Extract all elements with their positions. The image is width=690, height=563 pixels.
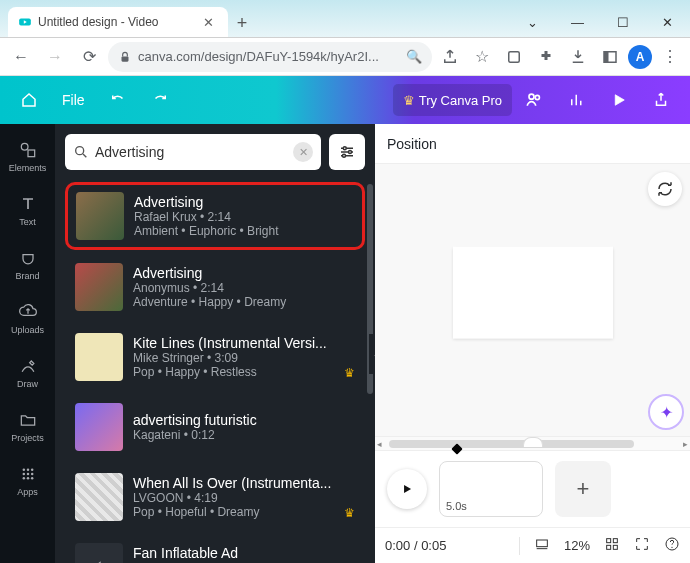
present-button[interactable] [598, 76, 640, 124]
maximize-button[interactable]: ☐ [600, 7, 645, 37]
track-tags: Pop • Happy • Restless [133, 365, 355, 379]
sliders-icon [338, 143, 356, 161]
canva-favicon-icon [18, 15, 32, 29]
rail-item-apps[interactable]: Apps [3, 454, 53, 506]
svg-rect-29 [613, 545, 617, 549]
track-artist-time: Rafael Krux • 2:14 [134, 210, 354, 224]
caret-down-icon[interactable]: ⌄ [510, 7, 555, 37]
close-tab-icon[interactable]: ✕ [199, 15, 218, 30]
profile-avatar[interactable]: A [628, 45, 652, 69]
track-item[interactable]: Kite Lines (Instrumental Versi... Mike S… [65, 324, 365, 390]
extension1-icon[interactable] [500, 43, 528, 71]
add-clip-button[interactable]: + [555, 461, 611, 517]
forward-button[interactable]: → [40, 42, 70, 72]
track-item[interactable]: advertising futuristic Kagateni • 0:12 [65, 394, 365, 460]
rail-label: Draw [17, 379, 38, 389]
home-button[interactable] [8, 76, 50, 124]
track-artist-time: Anonymus • 2:14 [133, 281, 355, 295]
share-button[interactable] [640, 76, 682, 124]
track-item[interactable]: Fan Inflatable Ad 1:36 Household [65, 534, 365, 563]
bookmark-star-icon[interactable]: ☆ [468, 43, 496, 71]
track-item[interactable]: When All Is Over (Instrumenta... LVGOON … [65, 464, 365, 530]
upload-icon [18, 302, 38, 322]
track-thumbnail [75, 543, 123, 563]
track-item[interactable]: Advertising Rafael Krux • 2:14 Ambient •… [65, 182, 365, 250]
new-tab-button[interactable]: + [228, 9, 256, 37]
pages-view-button[interactable] [534, 536, 550, 555]
reload-button[interactable]: ⟳ [74, 42, 104, 72]
track-artist-time: Mike Stringer • 3:09 [133, 351, 355, 365]
svg-point-15 [26, 472, 29, 475]
track-artist-time: Kagateni • 0:12 [133, 428, 355, 442]
bottom-bar: 0:00 / 0:05 12% [375, 527, 690, 563]
filter-button[interactable] [329, 134, 365, 170]
rail-item-uploads[interactable]: Uploads [3, 292, 53, 344]
back-button[interactable]: ← [6, 42, 36, 72]
rail-item-text[interactable]: Text [3, 184, 53, 236]
browser-tab[interactable]: Untitled design - Video ✕ [8, 7, 228, 37]
svg-rect-25 [537, 540, 548, 547]
lock-icon [118, 50, 132, 64]
minimize-button[interactable]: — [555, 7, 600, 37]
search-input[interactable] [95, 144, 287, 160]
close-window-button[interactable]: ✕ [645, 7, 690, 37]
help-button[interactable] [664, 536, 680, 555]
rail-item-elements[interactable]: Elements [3, 130, 53, 182]
rail-item-brand[interactable]: Brand [3, 238, 53, 290]
try-pro-button[interactable]: ♛Try Canva Pro [393, 84, 512, 116]
stage[interactable]: ✦ [375, 164, 690, 436]
downloads-icon[interactable] [564, 43, 592, 71]
redo-button[interactable] [139, 76, 181, 124]
svg-point-21 [343, 147, 346, 150]
left-rail: ▴ Elements Text Brand Uploads Draw Proje… [0, 124, 55, 563]
zoom-level[interactable]: 12% [564, 538, 590, 553]
track-title: Advertising [133, 265, 355, 281]
svg-point-14 [22, 472, 25, 475]
svg-point-18 [26, 476, 29, 479]
search-box[interactable]: ✕ [65, 134, 321, 170]
analytics-button[interactable] [556, 76, 598, 124]
track-thumbnail [75, 263, 123, 311]
collaborators-button[interactable] [512, 76, 556, 124]
position-button[interactable]: Position [387, 136, 437, 152]
svg-point-19 [30, 476, 33, 479]
share-icon[interactable] [436, 43, 464, 71]
clear-search-button[interactable]: ✕ [293, 142, 313, 162]
svg-point-22 [349, 151, 352, 154]
magic-button[interactable]: ✦ [648, 394, 684, 430]
playhead-handle[interactable] [523, 437, 543, 447]
audio-panel: ✕ Advertising Rafael Krux • 2:14 Ambient… [55, 124, 375, 563]
track-tags: Ambient • Euphoric • Bright [134, 224, 354, 238]
svg-point-17 [22, 476, 25, 479]
timeline-clip[interactable]: 5.0s [439, 461, 543, 517]
track-tags: Adventure • Happy • Dreamy [133, 295, 355, 309]
track-artist-time: LVGOON • 4:19 [133, 491, 355, 505]
canvas-area: Position ✦ 5.0s + 0:00 / 0:05 1 [375, 124, 690, 563]
sidepanel-icon[interactable] [596, 43, 624, 71]
track-thumbnail [75, 403, 123, 451]
track-title: Advertising [134, 194, 354, 210]
main-area: ▴ Elements Text Brand Uploads Draw Proje… [0, 124, 690, 563]
regenerate-button[interactable] [648, 172, 682, 206]
track-item[interactable]: Advertising Anonymus • 2:14 Adventure • … [65, 254, 365, 320]
file-menu[interactable]: File [50, 76, 97, 124]
zoom-text-icon[interactable]: 🔍 [406, 49, 422, 64]
extensions-puzzle-icon[interactable] [532, 43, 560, 71]
url-text: canva.com/design/DAFuY-1594k/hyAr2I... [138, 49, 379, 64]
timeline-row: 5.0s + [375, 450, 690, 527]
svg-point-12 [26, 468, 29, 471]
browser-menu-icon[interactable]: ⋮ [656, 43, 684, 71]
artboard[interactable] [453, 247, 613, 339]
timeline-play-button[interactable] [387, 469, 427, 509]
address-bar[interactable]: canva.com/design/DAFuY-1594k/hyAr2I... 🔍 [108, 42, 432, 72]
brand-icon [18, 248, 38, 268]
undo-button[interactable] [97, 76, 139, 124]
fullscreen-button[interactable] [634, 536, 650, 555]
rail-label: Brand [15, 271, 39, 281]
track-title: When All Is Over (Instrumenta... [133, 475, 355, 491]
grid-view-button[interactable] [604, 536, 620, 555]
svg-point-13 [30, 468, 33, 471]
rail-item-projects[interactable]: Projects [3, 400, 53, 452]
tab-title: Untitled design - Video [38, 15, 159, 29]
rail-item-draw[interactable]: Draw [3, 346, 53, 398]
